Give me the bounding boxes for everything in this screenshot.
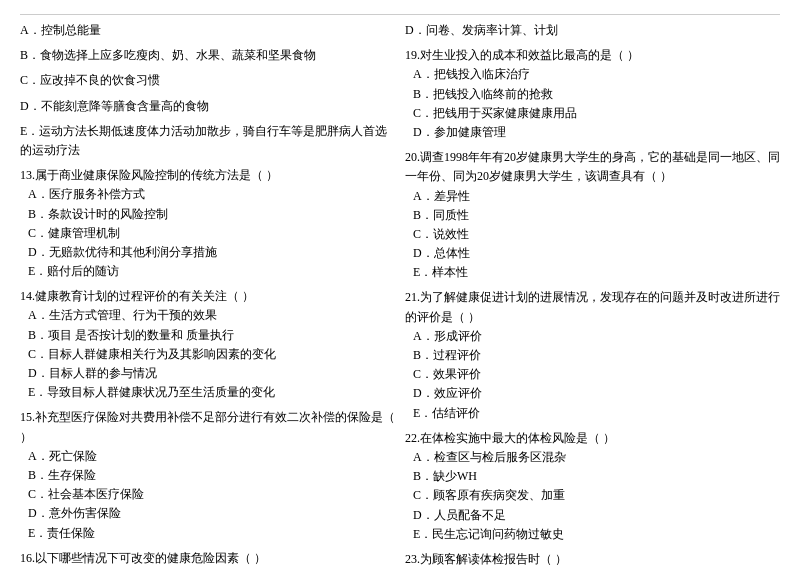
- question-option: A．差异性: [405, 187, 780, 206]
- question-option: B．项目 是否按计划的数量和 质量执行: [20, 326, 395, 345]
- question-option: A．把钱投入临床治疗: [405, 65, 780, 84]
- question-title: D．问卷、发病率计算、计划: [405, 21, 780, 40]
- question-title: 15.补充型医疗保险对共费用补偿不足部分进行有效二次补偿的保险是（ ）: [20, 408, 395, 446]
- question-block: 23.为顾客解读体检报告时（ ）A．着惑向顾客解析清楚每个检报的意义B．营提将体…: [405, 550, 780, 565]
- question-title: E．运动方法长期低速度体力活动加散步，骑自行车等是肥胖病人首选的运动疗法: [20, 122, 395, 160]
- question-block: B．食物选择上应多吃瘦肉、奶、水果、蔬菜和坚果食物: [20, 46, 395, 65]
- question-option: E．导致目标人群健康状况乃至生活质量的变化: [20, 383, 395, 402]
- question-block: 22.在体检实施中最大的体检风险是（ ）A．检查区与检后服务区混杂B．缺少WHC…: [405, 429, 780, 544]
- question-option: E．样本性: [405, 263, 780, 282]
- question-title: 16.以下哪些情况下可改变的健康危险因素（ ）: [20, 549, 395, 565]
- question-option: C．社会基本医疗保险: [20, 485, 395, 504]
- question-block: 13.属于商业健康保险风险控制的传统方法是（ ）A．医疗服务补偿方式B．条款设计…: [20, 166, 395, 281]
- main-content: A．控制总能量B．食物选择上应多吃瘦肉、奶、水果、蔬菜和坚果食物C．应改掉不良的…: [20, 21, 780, 565]
- question-option: C．说效性: [405, 225, 780, 244]
- question-option: B．缺少WH: [405, 467, 780, 486]
- question-title: 23.为顾客解读体检报告时（ ）: [405, 550, 780, 565]
- question-title: 20.调查1998年年有20岁健康男大学生的身高，它的基础是同一地区、同一年份、…: [405, 148, 780, 186]
- question-title: 13.属于商业健康保险风险控制的传统方法是（ ）: [20, 166, 395, 185]
- question-block: 16.以下哪些情况下可改变的健康危险因素（ ）A．酗酒B．高血压C．吸烟D．年龄…: [20, 549, 395, 565]
- question-option: D．无赔款优待和其他利润分享措施: [20, 243, 395, 262]
- question-option: A．死亡保险: [20, 447, 395, 466]
- question-block: 21.为了解健康促进计划的进展情况，发现存在的问题并及时改进所进行的评价是（ ）…: [405, 288, 780, 422]
- question-option: B．过程评价: [405, 346, 780, 365]
- question-block: 19.对生业投入的成本和效益比最高的是（ ）A．把钱投入临床治疗B．把钱投入临终…: [405, 46, 780, 142]
- question-option: C．目标人群健康相关行为及其影响因素的变化: [20, 345, 395, 364]
- question-block: E．运动方法长期低速度体力活动加散步，骑自行车等是肥胖病人首选的运动疗法: [20, 122, 395, 160]
- question-option: C．顾客原有疾病突发、加重: [405, 486, 780, 505]
- question-option: D．意外伤害保险: [20, 504, 395, 523]
- question-title: 14.健康教育计划的过程评价的有关关注（ ）: [20, 287, 395, 306]
- question-option: A．生活方式管理、行为干预的效果: [20, 306, 395, 325]
- question-block: C．应改掉不良的饮食习惯: [20, 71, 395, 90]
- question-option: E．估结评价: [405, 404, 780, 423]
- question-option: D．参加健康管理: [405, 123, 780, 142]
- question-option: B．同质性: [405, 206, 780, 225]
- question-option: E．责任保险: [20, 524, 395, 543]
- question-option: C．效果评价: [405, 365, 780, 384]
- question-title: D．不能刻意降等膳食含量高的食物: [20, 97, 395, 116]
- question-block: D．问卷、发病率计算、计划: [405, 21, 780, 40]
- question-option: D．总体性: [405, 244, 780, 263]
- question-title: A．控制总能量: [20, 21, 395, 40]
- question-option: E．民生忘记询问药物过敏史: [405, 525, 780, 544]
- question-option: A．形成评价: [405, 327, 780, 346]
- left-column: A．控制总能量B．食物选择上应多吃瘦肉、奶、水果、蔬菜和坚果食物C．应改掉不良的…: [20, 21, 395, 565]
- question-title: 19.对生业投入的成本和效益比最高的是（ ）: [405, 46, 780, 65]
- question-title: 21.为了解健康促进计划的进展情况，发现存在的问题并及时改进所进行的评价是（ ）: [405, 288, 780, 326]
- page-footer: [20, 10, 780, 15]
- question-option: A．检查区与检后服务区混杂: [405, 448, 780, 467]
- question-block: A．控制总能量: [20, 21, 395, 40]
- question-option: C．把钱用于买家健康健康用品: [405, 104, 780, 123]
- question-option: C．健康管理机制: [20, 224, 395, 243]
- question-block: 20.调查1998年年有20岁健康男大学生的身高，它的基础是同一地区、同一年份、…: [405, 148, 780, 282]
- question-title: B．食物选择上应多吃瘦肉、奶、水果、蔬菜和坚果食物: [20, 46, 395, 65]
- question-title: 22.在体检实施中最大的体检风险是（ ）: [405, 429, 780, 448]
- question-option: B．生存保险: [20, 466, 395, 485]
- question-option: D．效应评价: [405, 384, 780, 403]
- question-option: A．医疗服务补偿方式: [20, 185, 395, 204]
- question-option: D．目标人群的参与情况: [20, 364, 395, 383]
- question-option: D．人员配备不足: [405, 506, 780, 525]
- question-option: B．条款设计时的风险控制: [20, 205, 395, 224]
- question-option: B．把钱投入临终前的抢救: [405, 85, 780, 104]
- right-column: D．问卷、发病率计算、计划19.对生业投入的成本和效益比最高的是（ ）A．把钱投…: [405, 21, 780, 565]
- question-block: 14.健康教育计划的过程评价的有关关注（ ）A．生活方式管理、行为干预的效果B．…: [20, 287, 395, 402]
- question-block: 15.补充型医疗保险对共费用补偿不足部分进行有效二次补偿的保险是（ ）A．死亡保…: [20, 408, 395, 542]
- question-block: D．不能刻意降等膳食含量高的食物: [20, 97, 395, 116]
- question-option: E．赔付后的随访: [20, 262, 395, 281]
- question-title: C．应改掉不良的饮食习惯: [20, 71, 395, 90]
